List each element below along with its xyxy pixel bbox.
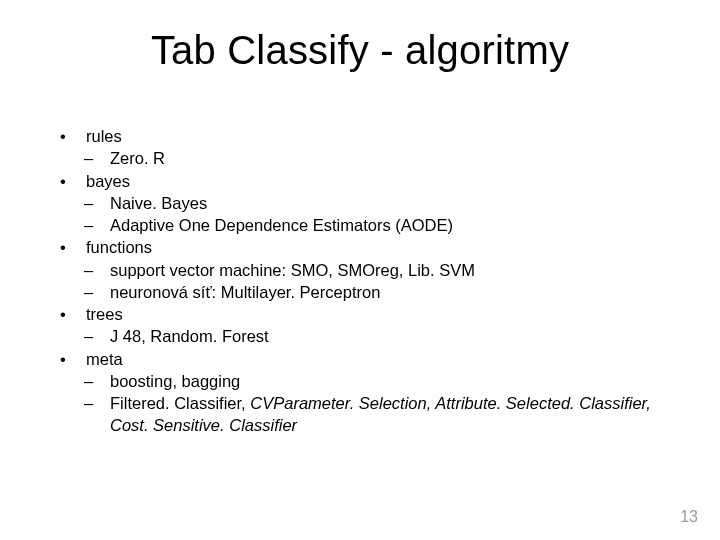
sub-list-item-label: Adaptive One Dependence Estimators (AODE… — [110, 214, 680, 236]
sub-list-item: –Filtered. Classifier, CVParameter. Sele… — [58, 392, 680, 437]
list-item-label: rules — [86, 125, 680, 147]
bullet-icon: • — [58, 170, 86, 192]
list-item: •functions — [58, 236, 680, 258]
sub-list-item: –Naive. Bayes — [58, 192, 680, 214]
bullet-icon: • — [58, 236, 86, 258]
page-number: 13 — [680, 508, 698, 526]
list-item-label: functions — [86, 236, 680, 258]
sub-list-item-label: boosting, bagging — [110, 370, 680, 392]
slide: Tab Classify - algoritmy •rules–Zero. R•… — [0, 0, 720, 540]
sub-list-item-label: Zero. R — [110, 147, 680, 169]
sub-list-item-label: support vector machine: SMO, SMOreg, Lib… — [110, 259, 680, 281]
slide-title: Tab Classify - algoritmy — [0, 28, 720, 73]
list-item: •bayes — [58, 170, 680, 192]
list-item: •trees — [58, 303, 680, 325]
bullet-icon: • — [58, 303, 86, 325]
sub-list-item-label: J 48, Random. Forest — [110, 325, 680, 347]
content-area: •rules–Zero. R•bayes–Naive. Bayes–Adapti… — [58, 125, 680, 437]
sub-list-item: –Zero. R — [58, 147, 680, 169]
sub-list-item: –J 48, Random. Forest — [58, 325, 680, 347]
list-item-label: bayes — [86, 170, 680, 192]
list-item-label: trees — [86, 303, 680, 325]
sub-list-item: –support vector machine: SMO, SMOreg, Li… — [58, 259, 680, 281]
dash-icon: – — [84, 370, 110, 392]
sub-list-item: –Adaptive One Dependence Estimators (AOD… — [58, 214, 680, 236]
dash-icon: – — [84, 325, 110, 347]
bullet-icon: • — [58, 348, 86, 370]
sub-list-item-label: Filtered. Classifier, CVParameter. Selec… — [110, 392, 680, 437]
sub-list-item: –boosting, bagging — [58, 370, 680, 392]
list-item-label: meta — [86, 348, 680, 370]
bullet-icon: • — [58, 125, 86, 147]
dash-icon: – — [84, 214, 110, 236]
sub-list-item-label: neuronová síť: Multilayer. Perceptron — [110, 281, 680, 303]
dash-icon: – — [84, 192, 110, 214]
dash-icon: – — [84, 259, 110, 281]
list-item: •rules — [58, 125, 680, 147]
sub-list-item: –neuronová síť: Multilayer. Perceptron — [58, 281, 680, 303]
dash-icon: – — [84, 392, 110, 437]
dash-icon: – — [84, 281, 110, 303]
dash-icon: – — [84, 147, 110, 169]
sub-list-item-label: Naive. Bayes — [110, 192, 680, 214]
list-item: •meta — [58, 348, 680, 370]
